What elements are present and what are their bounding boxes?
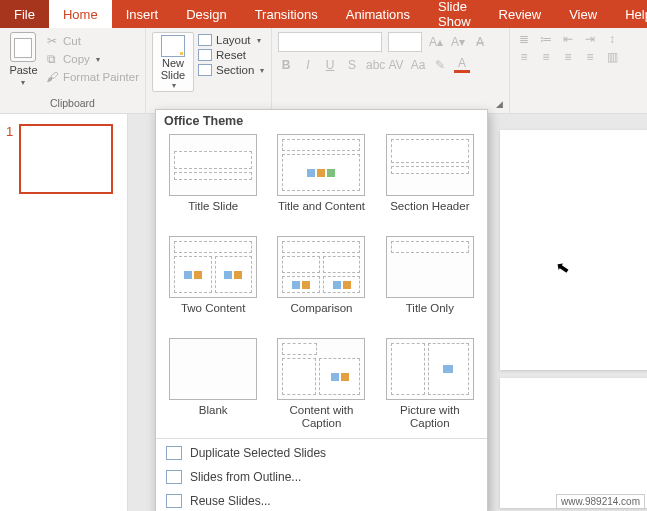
cut-label: Cut	[63, 35, 81, 47]
group-slides: New Slide ▾ Layout ▾ Reset Section ▾	[146, 28, 272, 113]
group-label-clipboard: Clipboard	[6, 95, 139, 111]
tab-design[interactable]: Design	[172, 0, 240, 28]
indent-increase-button[interactable]: ⇥	[582, 32, 598, 46]
align-center-button[interactable]: ≡	[538, 50, 554, 64]
layout-thumb	[169, 236, 257, 298]
slide-page[interactable]	[500, 130, 647, 370]
paste-label: Paste	[9, 64, 37, 76]
paste-button[interactable]: Paste ▾	[6, 32, 41, 87]
reuse-icon	[166, 494, 182, 508]
columns-button[interactable]: ▥	[604, 50, 620, 64]
tab-insert[interactable]: Insert	[112, 0, 173, 28]
layout-thumb	[386, 338, 474, 400]
cut-button[interactable]: ✂ Cut	[45, 34, 139, 48]
align-left-button[interactable]: ≡	[516, 50, 532, 64]
slide-page-2[interactable]	[500, 378, 647, 508]
section-button[interactable]: Section ▾	[198, 64, 264, 76]
new-slide-dropdown: Office Theme Title Slide Title and Conte…	[155, 109, 488, 511]
layout-comparison[interactable]: Comparison	[274, 236, 368, 328]
align-right-button[interactable]: ≡	[560, 50, 576, 64]
layout-two-content[interactable]: Two Content	[166, 236, 260, 328]
new-slide-icon	[161, 35, 185, 57]
layout-thumb	[386, 134, 474, 196]
tab-home[interactable]: Home	[49, 0, 112, 28]
layout-picture-with-caption[interactable]: Picture with Caption	[383, 338, 477, 430]
strikethrough-button[interactable]: S	[344, 58, 360, 72]
format-painter-icon: 🖌	[45, 70, 59, 84]
line-spacing-button[interactable]: ↕	[604, 32, 620, 46]
tab-help[interactable]: Help	[611, 0, 647, 28]
shadow-button[interactable]: abc	[366, 58, 382, 72]
layout-thumb	[169, 134, 257, 196]
chevron-down-icon: ▾	[257, 36, 261, 45]
layout-blank[interactable]: Blank	[166, 338, 260, 430]
format-painter-button[interactable]: 🖌 Format Painter	[45, 70, 139, 84]
layout-gallery: Title Slide Title and Content Section He…	[156, 134, 487, 436]
font-highlight-button[interactable]: ✎	[432, 58, 448, 72]
tab-transitions[interactable]: Transitions	[241, 0, 332, 28]
dropdown-header: Office Theme	[156, 110, 487, 134]
copy-button[interactable]: ⧉ Copy ▾	[45, 52, 139, 66]
copy-icon: ⧉	[45, 52, 59, 66]
char-spacing-button[interactable]: AV	[388, 58, 404, 72]
font-color-button[interactable]: A	[454, 56, 470, 73]
numbering-button[interactable]: ≔	[538, 32, 554, 46]
decrease-font-icon[interactable]: A▾	[450, 35, 466, 49]
layout-thumb	[277, 134, 365, 196]
tab-review[interactable]: Review	[485, 0, 556, 28]
font-name-combo[interactable]	[278, 32, 382, 52]
ribbon: Paste ▾ ✂ Cut ⧉ Copy ▾ 🖌 Format Painter	[0, 28, 647, 114]
new-slide-label: New Slide	[155, 57, 191, 81]
thumbnail-number: 1	[6, 124, 13, 194]
layout-content-with-caption[interactable]: Content with Caption	[274, 338, 368, 430]
layout-thumb	[277, 236, 365, 298]
chevron-down-icon: ▾	[96, 55, 100, 64]
tab-view[interactable]: View	[555, 0, 611, 28]
layout-section-header[interactable]: Section Header	[383, 134, 477, 226]
ribbon-tab-strip: File Home Insert Design Transitions Anim…	[0, 0, 647, 28]
section-icon	[198, 64, 212, 76]
format-painter-label: Format Painter	[63, 71, 139, 83]
layout-button[interactable]: Layout ▾	[198, 34, 264, 46]
paste-dropdown-icon[interactable]: ▾	[21, 78, 25, 87]
reset-icon	[198, 49, 212, 61]
layout-title-slide[interactable]: Title Slide	[166, 134, 260, 226]
font-size-combo[interactable]	[388, 32, 422, 52]
outline-icon	[166, 470, 182, 484]
tab-file[interactable]: File	[0, 0, 49, 28]
indent-decrease-button[interactable]: ⇤	[560, 32, 576, 46]
group-clipboard: Paste ▾ ✂ Cut ⧉ Copy ▾ 🖌 Format Painter	[0, 28, 146, 113]
layout-icon	[198, 34, 212, 46]
duplicate-icon	[166, 446, 182, 460]
reset-button[interactable]: Reset	[198, 49, 264, 61]
justify-button[interactable]: ≡	[582, 50, 598, 64]
reuse-slides[interactable]: Reuse Slides...	[156, 489, 487, 511]
group-paragraph: ≣ ≔ ⇤ ⇥ ↕ ≡ ≡ ≡ ≡ ▥	[510, 28, 642, 113]
thumbnail-item[interactable]: 1	[6, 124, 121, 194]
layout-label: Layout	[216, 34, 251, 46]
chevron-down-icon[interactable]: ▾	[172, 81, 176, 90]
clear-formatting-icon[interactable]: A̶	[472, 35, 488, 49]
reset-label: Reset	[216, 49, 246, 61]
layout-thumb	[169, 338, 257, 400]
bold-button[interactable]: B	[278, 58, 294, 72]
new-slide-button[interactable]: New Slide ▾	[152, 32, 194, 92]
bullets-button[interactable]: ≣	[516, 32, 532, 46]
layout-thumb	[277, 338, 365, 400]
layout-title-only[interactable]: Title Only	[383, 236, 477, 328]
layout-title-and-content[interactable]: Title and Content	[274, 134, 368, 226]
font-dialog-launcher-icon[interactable]: ◢	[496, 99, 503, 109]
change-case-button[interactable]: Aa	[410, 58, 426, 72]
tab-animations[interactable]: Animations	[332, 0, 424, 28]
duplicate-selected-slides[interactable]: Duplicate Selected Slides	[156, 441, 487, 465]
tab-slideshow[interactable]: Slide Show	[424, 0, 485, 28]
increase-font-icon[interactable]: A▴	[428, 35, 444, 49]
group-font: A▴ A▾ A̶ B I U S abc AV Aa ✎ A ◢	[272, 28, 510, 113]
italic-button[interactable]: I	[300, 58, 316, 72]
underline-button[interactable]: U	[322, 58, 338, 72]
copy-label: Copy	[63, 53, 90, 65]
slide-thumbnail-pane[interactable]: 1	[0, 114, 128, 511]
slides-from-outline[interactable]: Slides from Outline...	[156, 465, 487, 489]
thumbnail-preview[interactable]	[19, 124, 113, 194]
dropdown-separator	[156, 438, 487, 439]
